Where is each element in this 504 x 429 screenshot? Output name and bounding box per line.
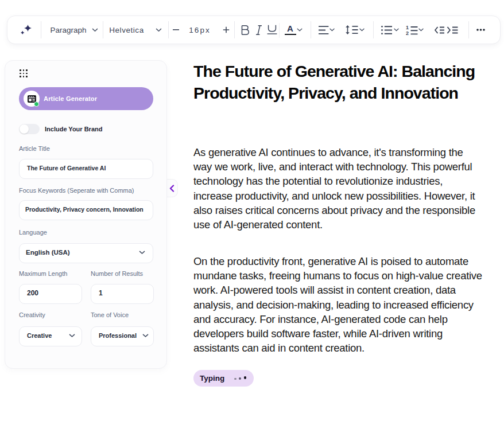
svg-text:2: 2 xyxy=(406,30,409,34)
